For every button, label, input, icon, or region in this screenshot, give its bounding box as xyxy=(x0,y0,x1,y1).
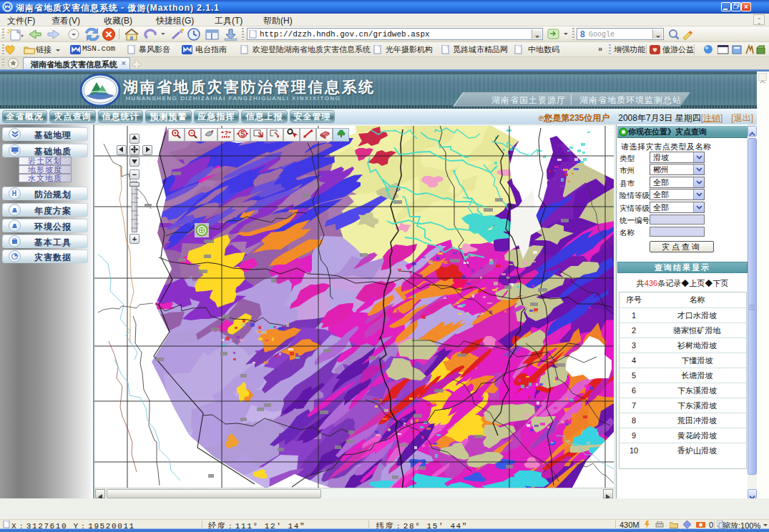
svg-text:S: S xyxy=(240,130,245,138)
svg-text:?: ? xyxy=(224,129,228,137)
